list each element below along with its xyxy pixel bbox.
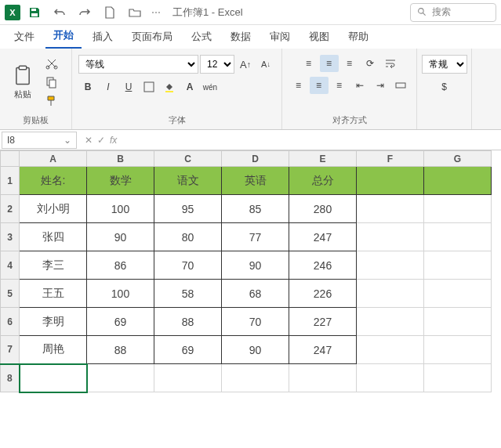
cell-E3[interactable]: 247: [289, 223, 357, 251]
cell-C1[interactable]: 语文: [154, 167, 222, 195]
cell-C7[interactable]: 69: [154, 336, 222, 364]
cell-G5[interactable]: [424, 280, 492, 308]
new-file-button[interactable]: [99, 2, 121, 23]
cell-B7[interactable]: 88: [87, 336, 154, 364]
search-input[interactable]: 搜索: [410, 3, 496, 22]
copy-button[interactable]: [42, 74, 61, 91]
cell-E7[interactable]: 247: [289, 336, 357, 364]
open-button[interactable]: [124, 2, 146, 23]
align-top-button[interactable]: ≡: [300, 55, 318, 72]
cell-G6[interactable]: [424, 308, 492, 336]
col-header-F[interactable]: F: [357, 151, 424, 167]
cell-D4[interactable]: 90: [222, 251, 289, 280]
align-right-button[interactable]: ≡: [330, 77, 349, 94]
cell-B4[interactable]: 86: [87, 251, 154, 280]
cell-B2[interactable]: 100: [87, 195, 154, 223]
cancel-formula-button[interactable]: ✕: [85, 135, 93, 146]
cell-F2[interactable]: [357, 195, 424, 223]
cell-D5[interactable]: 68: [222, 280, 289, 308]
decrease-indent-button[interactable]: ⇤: [350, 77, 369, 94]
cell-C2[interactable]: 95: [154, 195, 222, 223]
merge-button[interactable]: [391, 77, 410, 94]
cell-F4[interactable]: [357, 251, 424, 280]
cell-A6[interactable]: 李明: [20, 308, 87, 336]
cell-G4[interactable]: [424, 251, 492, 280]
tab-home[interactable]: 开始: [45, 23, 82, 49]
cell-E2[interactable]: 280: [289, 195, 357, 223]
align-left-button[interactable]: ≡: [289, 77, 308, 94]
cell-F5[interactable]: [357, 280, 424, 308]
cell-B8[interactable]: [87, 364, 154, 392]
cell-A1[interactable]: 姓名:: [20, 167, 87, 195]
qat-customize-button[interactable]: ⋯: [149, 2, 163, 23]
increase-font-button[interactable]: A↑: [236, 56, 255, 73]
tab-view[interactable]: 视图: [301, 25, 337, 49]
col-header-D[interactable]: D: [222, 151, 289, 167]
cell-G3[interactable]: [424, 223, 492, 251]
row-header-4[interactable]: 4: [1, 251, 20, 280]
underline-button[interactable]: U: [119, 78, 138, 96]
font-color-button[interactable]: A: [180, 78, 199, 96]
tab-data[interactable]: 数据: [223, 25, 259, 49]
col-header-G[interactable]: G: [424, 151, 492, 167]
cell-D3[interactable]: 77: [222, 223, 289, 251]
row-header-5[interactable]: 5: [1, 280, 20, 308]
save-button[interactable]: [24, 2, 45, 23]
cell-B5[interactable]: 100: [87, 280, 154, 308]
row-header-3[interactable]: 3: [1, 223, 20, 251]
cell-C4[interactable]: 70: [154, 251, 222, 280]
cell-A2[interactable]: 刘小明: [20, 195, 87, 223]
tab-insert[interactable]: 插入: [85, 25, 121, 49]
row-header-8[interactable]: 8: [1, 364, 20, 392]
cell-G8[interactable]: [424, 364, 492, 392]
cell-A5[interactable]: 王五: [20, 280, 87, 308]
cell-B6[interactable]: 69: [87, 308, 154, 336]
cell-C3[interactable]: 80: [154, 223, 222, 251]
select-all-corner[interactable]: [1, 151, 20, 167]
wrap-text-button[interactable]: [381, 55, 400, 72]
tab-help[interactable]: 帮助: [340, 25, 376, 49]
col-header-C[interactable]: C: [154, 151, 222, 167]
undo-button[interactable]: [49, 2, 71, 23]
currency-button[interactable]: $: [435, 78, 454, 96]
format-painter-button[interactable]: [42, 92, 61, 110]
align-middle-button[interactable]: ≡: [320, 55, 339, 72]
tab-layout[interactable]: 页面布局: [124, 25, 180, 49]
cell-E8[interactable]: [289, 364, 357, 392]
phonetic-button[interactable]: wén: [201, 78, 220, 96]
decrease-font-button[interactable]: A↓: [256, 56, 275, 73]
row-header-7[interactable]: 7: [1, 336, 20, 364]
tab-formula[interactable]: 公式: [183, 25, 220, 49]
cell-C6[interactable]: 88: [154, 308, 222, 336]
tab-file[interactable]: 文件: [6, 25, 42, 49]
cell-A7[interactable]: 周艳: [20, 336, 87, 364]
cell-F6[interactable]: [357, 308, 424, 336]
cell-F3[interactable]: [357, 223, 424, 251]
redo-button[interactable]: [74, 2, 96, 23]
cell-G1[interactable]: [424, 167, 492, 195]
name-box[interactable]: I8 ⌄: [2, 132, 77, 149]
col-header-E[interactable]: E: [289, 151, 357, 167]
cell-B3[interactable]: 90: [87, 223, 154, 251]
number-format-select[interactable]: 常规: [422, 55, 467, 74]
cell-F8[interactable]: [357, 364, 424, 392]
cell-E6[interactable]: 227: [289, 308, 357, 336]
font-name-select[interactable]: 等线: [78, 55, 198, 74]
cut-button[interactable]: [42, 55, 61, 72]
align-center-button[interactable]: ≡: [310, 77, 329, 94]
col-header-B[interactable]: B: [87, 151, 154, 167]
cell-E5[interactable]: 226: [289, 280, 357, 308]
align-bottom-button[interactable]: ≡: [340, 55, 359, 72]
cell-D2[interactable]: 85: [222, 195, 289, 223]
font-size-select[interactable]: 12: [200, 55, 234, 74]
paste-button[interactable]: 粘贴: [6, 56, 39, 108]
cell-G7[interactable]: [424, 336, 492, 364]
row-header-1[interactable]: 1: [1, 167, 20, 195]
row-header-2[interactable]: 2: [1, 195, 20, 223]
cell-A3[interactable]: 张四: [20, 223, 87, 251]
cell-C8[interactable]: [154, 364, 222, 392]
col-header-A[interactable]: A: [20, 151, 87, 167]
tab-review[interactable]: 审阅: [262, 25, 298, 49]
cell-A8[interactable]: [20, 364, 87, 392]
fill-color-button[interactable]: [160, 78, 179, 96]
